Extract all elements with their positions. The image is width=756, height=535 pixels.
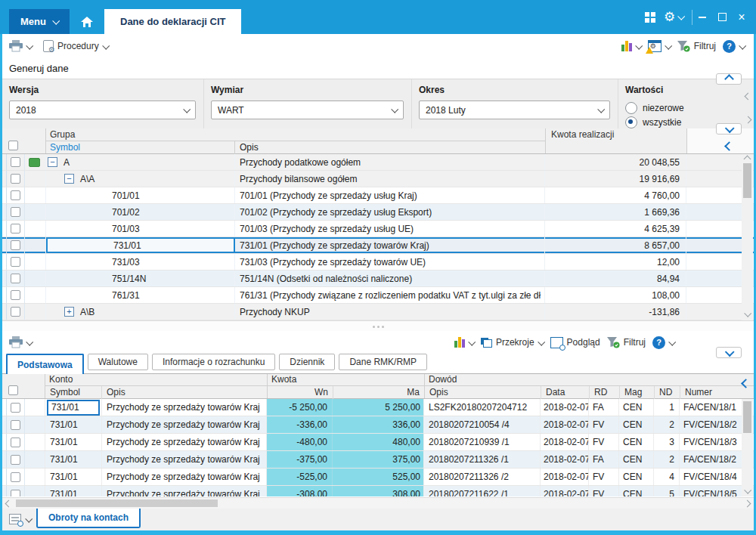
row-checkbox[interactable] [11,438,20,447]
row-checkbox[interactable] [11,290,20,300]
view-selector-button[interactable] [9,514,31,524]
detail-tabs: Podstawowa Walutowe Informacje o rozrach… [2,354,754,373]
column-header-wn[interactable]: Wn [268,386,333,399]
cell-nd: 3 [654,434,680,450]
table-row[interactable]: 731/03 731/03 (Przychody ze sprzedaży to… [2,254,754,271]
tab-obroty-na-kontach[interactable]: Obroty na kontach [36,508,141,528]
table-row[interactable]: 731/01 Przychody ze sprzedaży towarów Kr… [2,486,754,496]
row-checkbox[interactable] [11,490,20,497]
expander-icon[interactable]: + [64,307,74,317]
column-header-data[interactable]: Data [541,386,590,399]
column-header-ma[interactable]: Ma [333,386,424,399]
row-checkbox[interactable] [11,207,20,217]
scrollbar-thumb[interactable] [16,499,218,507]
print-button[interactable] [9,40,32,52]
table-row[interactable]: 731/01 731/01 (Przychody ze sprzedaży to… [2,237,754,254]
help-button[interactable]: ? [723,40,745,53]
radio-option[interactable]: niezerowe [625,101,746,115]
collapse-detail-panel-button[interactable] [716,347,742,358]
table-row[interactable]: + A\B Przychody NKUP -131,86 [2,304,754,320]
filtruj-button[interactable]: Filtruj [677,41,716,52]
row-checkbox[interactable] [11,190,20,200]
table-row[interactable]: 731/01 Przychody ze sprzedaży towarów Kr… [2,434,754,451]
home-button[interactable] [73,9,101,34]
close-button[interactable]: × [732,6,751,29]
radio-icon [625,116,637,128]
column-header-mag[interactable]: Mag [620,386,655,399]
table-row[interactable]: − A Przychody podatkowe ogółem 20 048,55 [2,154,754,171]
table-row[interactable]: 731/01 Przychody ze sprzedaży towarów Kr… [2,399,754,416]
detail-tab[interactable]: Podstawowa [6,354,84,374]
table-row[interactable]: 701/01 701/01 (Przychody ze sprzedaży us… [2,187,754,204]
row-checkbox[interactable] [11,420,20,430]
scrollbar-thumb[interactable] [743,401,751,433]
table-row[interactable]: 751/14N 751/14N (Odsetki od należności n… [2,271,754,287]
detail-table-vertical-scrollbar[interactable] [742,399,753,496]
przekroje-button[interactable]: Przekroje [481,337,544,348]
wersja-combobox[interactable]: 2018 [9,101,196,119]
cell-wn: -525,00 [267,469,333,485]
detail-tab[interactable]: Dane RMK/RMP [339,354,427,370]
app-grid-button[interactable] [640,6,660,29]
tab-dane-do-deklaracji-cit[interactable]: Dane do deklaracji CIT [104,9,241,34]
row-checkbox[interactable] [11,174,20,184]
detail-tab[interactable]: Dziennik [279,354,335,370]
table-row[interactable]: 731/01 Przychody ze sprzedaży towarów Kr… [2,451,754,469]
column-header-numer[interactable]: Numer [680,386,754,399]
column-header-kwota-realizacji[interactable]: Kwota realizacji [545,128,686,153]
table-row[interactable]: − A\A Przychody bilansowe ogółem 19 916,… [2,171,754,187]
detail-filtruj-button[interactable]: Filtruj [607,337,646,348]
table-row[interactable]: 761/31 761/31 (Przychody związane z rozl… [2,287,754,304]
chart-button[interactable] [621,41,641,51]
detail-tab[interactable]: Informacje o rozrachunku [152,354,275,370]
scrollbar-thumb[interactable] [743,163,751,198]
wymiar-combobox[interactable]: WART [211,101,404,119]
column-header-symbol[interactable]: Symbol [45,386,102,399]
detail-horizontal-scrollbar[interactable] [2,497,754,509]
row-checkbox[interactable] [11,257,20,267]
row-checkbox[interactable] [11,274,20,283]
okres-combobox[interactable]: 2018 Luty [419,101,610,119]
column-header-symbol[interactable]: Symbol [46,141,235,154]
expander-icon[interactable]: − [64,174,74,184]
main-table-vertical-scrollbar[interactable] [742,154,753,320]
table-row[interactable]: 731/01 Przychody ze sprzedaży towarów Kr… [2,416,754,434]
row-checkbox[interactable] [11,455,20,465]
cell-rd: FA [589,451,619,468]
generuj-dane-link[interactable]: Generuj dane [9,63,69,74]
detail-tab[interactable]: Walutowe [88,354,148,370]
collapse-filter-panel-up-button[interactable] [716,73,742,85]
detail-chart-button[interactable] [454,337,474,348]
detail-print-button[interactable] [9,336,32,348]
column-header-opis[interactable]: Opis [102,386,267,399]
row-checkbox[interactable] [11,224,20,233]
select-all-checkbox[interactable] [8,385,18,395]
select-all-checkbox[interactable] [8,141,18,150]
detail-help-button[interactable]: ? [652,336,674,349]
settings-button[interactable]: ⚙ [660,6,687,29]
organizer-button[interactable]: ⚙ [648,40,671,52]
column-header-opis[interactable]: Opis [235,141,545,154]
expand-filter-panel-down-button[interactable] [716,123,742,135]
procedury-button[interactable]: ⚙ Procedury [43,40,108,52]
row-marker-cell [25,204,46,220]
panel-splitter[interactable] [2,320,754,332]
minimize-button[interactable] [692,6,712,29]
menu-button[interactable]: Menu [9,9,70,34]
column-header-rd[interactable]: RD [590,386,620,399]
column-header-dowod-opis[interactable]: Opis [425,386,541,399]
row-checkbox[interactable] [11,240,20,250]
cell-mag: CEN [619,451,654,468]
expander-icon[interactable]: − [48,157,57,167]
maximize-button[interactable] [712,6,732,29]
row-checkbox[interactable] [11,403,20,413]
table-row[interactable]: 731/01 Przychody ze sprzedaży towarów Kr… [2,469,754,486]
row-checkbox[interactable] [11,472,20,482]
podglad-button[interactable]: Podgląd [550,337,600,348]
row-checkbox[interactable] [11,307,20,317]
row-checkbox[interactable] [11,157,20,167]
table-row[interactable]: 701/02 701/02 (Przychody ze sprzedaży us… [2,204,754,221]
column-header-nd[interactable]: ND [655,386,680,399]
table-row[interactable]: 701/03 701/03 (Przychody ze sprzedaży us… [2,221,754,237]
row-checkbox-cell [7,237,25,253]
